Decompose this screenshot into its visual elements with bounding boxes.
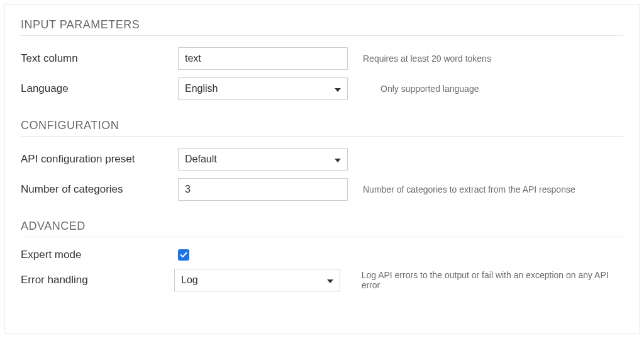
settings-panel: INPUT PARAMETERS Text column Requires at… [4,4,640,334]
section-advanced: ADVANCED Expert mode Error handling Log … [21,220,623,291]
label-language: Language [21,82,178,95]
section-input-parameters: INPUT PARAMETERS Text column Requires at… [21,18,623,100]
section-configuration: CONFIGURATION API configuration preset D… [21,119,623,201]
section-title-advanced: ADVANCED [21,220,623,237]
helper-text-column: Requires at least 20 word tokens [363,54,491,64]
expert-mode-checkbox[interactable] [178,249,189,261]
label-api-preset: API configuration preset [21,153,178,166]
row-num-categories: Number of categories Number of categorie… [21,178,623,201]
helper-error-handling: Log API errors to the output or fail wit… [362,270,623,290]
api-preset-select[interactable]: Default [178,148,348,171]
row-expert-mode: Expert mode [21,249,623,261]
label-text-column: Text column [21,52,178,65]
helper-num-categories: Number of categories to extract from the… [363,184,575,194]
checkmark-icon [180,251,187,259]
label-expert-mode: Expert mode [21,249,178,261]
section-title-input-parameters: INPUT PARAMETERS [21,18,623,36]
language-select-value: English [185,83,218,94]
label-error-handling: Error handling [21,274,174,286]
caret-down-icon [335,154,341,165]
row-api-preset: API configuration preset Default [21,148,623,171]
row-language: Language English Only supported language [21,77,623,100]
caret-down-icon [327,274,333,286]
api-preset-select-value: Default [185,154,217,165]
language-select[interactable]: English [178,77,348,100]
text-column-input[interactable] [178,47,348,70]
error-handling-select-value: Log [181,274,198,286]
caret-down-icon [335,83,341,94]
row-text-column: Text column Requires at least 20 word to… [21,47,623,70]
helper-language: Only supported language [380,84,479,94]
label-num-categories: Number of categories [21,183,178,196]
section-title-configuration: CONFIGURATION [21,119,623,137]
num-categories-input[interactable] [178,178,348,201]
error-handling-select[interactable]: Log [174,269,340,291]
row-error-handling: Error handling Log Log API errors to the… [21,269,623,291]
